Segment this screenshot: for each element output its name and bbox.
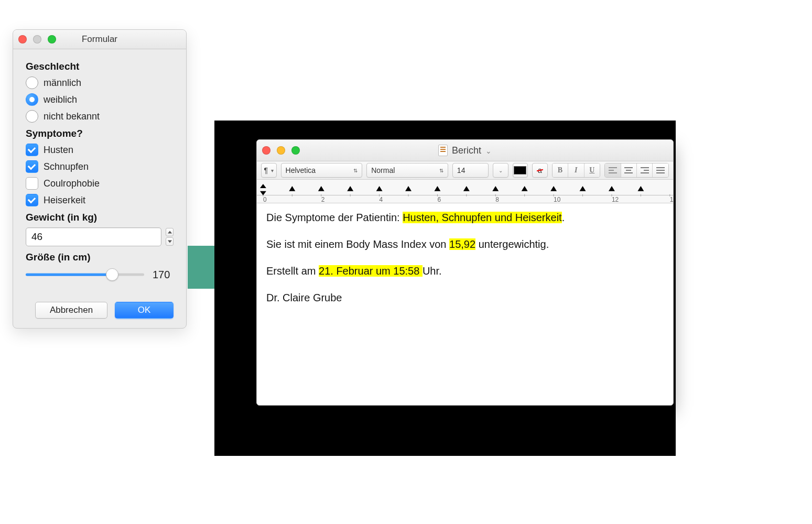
strike-icon: a (538, 166, 542, 174)
gender-label: männlich (44, 78, 81, 89)
svg-text:4: 4 (380, 196, 383, 203)
italic-button[interactable]: I (568, 163, 584, 177)
svg-text:14: 14 (670, 196, 673, 203)
report-line-3: Erstellt am 21. Februar um 15:58 Uhr. (266, 264, 664, 278)
svg-text:10: 10 (554, 196, 561, 203)
weight-heading: Gewicht (in kg) (26, 212, 174, 223)
symptom-cough[interactable]: Husten (26, 144, 174, 156)
color-swatch-icon (514, 166, 526, 174)
updown-icon: ⇅ (353, 168, 358, 173)
underline-button[interactable]: U (584, 163, 600, 177)
gender-label: nicht bekannt (44, 111, 100, 122)
font-select[interactable]: Helvetica ⇅ (281, 163, 363, 178)
paragraph-menu[interactable]: ¶ ▾ (261, 163, 277, 178)
form-titlebar: Formular (13, 30, 186, 49)
bericht-window: Bericht ⌄ ¶ ▾ Helvetica ⇅ Normal ⇅ (256, 139, 674, 406)
editor-toolbar: ¶ ▾ Helvetica ⇅ Normal ⇅ 14 ⌄ a (257, 161, 673, 180)
zoom-icon[interactable] (48, 35, 56, 43)
checkbox-icon (26, 194, 38, 206)
radio-icon (26, 93, 38, 106)
font-size: 14 (457, 166, 465, 174)
chevron-down-icon: ▾ (271, 168, 274, 173)
font-name: Helvetica (286, 166, 316, 174)
svg-text:8: 8 (495, 196, 499, 203)
align-right-button[interactable] (637, 163, 653, 177)
chevron-down-icon[interactable]: ⌄ (485, 147, 492, 155)
chevron-down-icon: ⌄ (499, 168, 503, 173)
zoom-icon[interactable] (291, 146, 300, 155)
ruler[interactable]: 02468101214 (257, 180, 673, 203)
height-slider[interactable] (26, 268, 144, 281)
stepper-up-icon[interactable] (166, 228, 174, 236)
font-style-group: B I U (552, 163, 600, 178)
align-justify-icon (656, 167, 665, 173)
align-right-icon (641, 167, 649, 173)
close-icon[interactable] (18, 35, 27, 43)
text-color-button[interactable] (513, 163, 528, 178)
updown-icon: ⇅ (439, 168, 443, 173)
radio-icon (26, 110, 38, 123)
form-window: Formular Geschlecht männlich weiblich ni… (13, 29, 187, 329)
symptoms-heading: Symptome? (26, 128, 174, 139)
symptom-hoarseness[interactable]: Heiserkeit (26, 194, 174, 206)
stepper-down-icon[interactable] (166, 237, 174, 246)
minimize-icon[interactable] (277, 146, 285, 155)
alignment-group (604, 163, 669, 178)
checkbox-icon (26, 160, 38, 173)
close-icon[interactable] (262, 146, 270, 155)
symptom-coulrophobia[interactable]: Coulrophobie (26, 177, 174, 190)
svg-text:0: 0 (263, 196, 267, 203)
svg-text:12: 12 (612, 196, 619, 203)
report-body[interactable]: Die Symptome der Patientin: Husten, Schn… (257, 203, 673, 327)
style-name: Normal (371, 166, 395, 174)
align-center-button[interactable] (621, 163, 637, 177)
radio-icon (26, 77, 38, 89)
checkbox-icon (26, 177, 38, 190)
symptom-label: Heiserkeit (44, 195, 85, 206)
gender-option-male[interactable]: männlich (26, 77, 174, 89)
checkbox-icon (26, 144, 38, 156)
report-line-1: Die Symptome der Patientin: Husten, Schn… (266, 211, 664, 225)
symptom-label: Husten (44, 145, 73, 156)
highlight: 15,92 (449, 238, 475, 250)
style-select[interactable]: Normal ⇅ (366, 163, 448, 178)
align-left-button[interactable] (605, 163, 621, 177)
gender-option-female[interactable]: weiblich (26, 93, 174, 106)
height-value: 170 (153, 269, 174, 281)
ok-button[interactable]: OK (115, 302, 174, 319)
symptom-label: Coulrophobie (44, 178, 100, 189)
bold-button[interactable]: B (553, 163, 568, 177)
gender-label: weiblich (44, 94, 77, 105)
document-icon (438, 145, 448, 156)
font-size-stepper[interactable]: ⌄ (493, 163, 508, 178)
dark-backdrop: Bericht ⌄ ¶ ▾ Helvetica ⇅ Normal ⇅ (214, 121, 676, 456)
height-heading: Größe (in cm) (26, 252, 174, 263)
cancel-button[interactable]: Abbrechen (35, 302, 107, 319)
strike-color-button[interactable]: a (532, 163, 548, 178)
bericht-titlebar: Bericht ⌄ (257, 140, 673, 161)
highlight: Husten, Schnupfen und Heiserkeit (403, 212, 562, 223)
bericht-title: Bericht (452, 145, 481, 156)
svg-text:6: 6 (437, 196, 441, 203)
slider-thumb-icon[interactable] (106, 268, 118, 281)
weight-stepper[interactable] (166, 227, 174, 246)
pilcrow-icon: ¶ (264, 166, 268, 174)
symptom-cold[interactable]: Schnupfen (26, 160, 174, 173)
align-justify-button[interactable] (653, 163, 668, 177)
align-left-icon (609, 167, 617, 173)
gender-heading: Geschlecht (26, 61, 174, 72)
symptom-label: Schnupfen (44, 161, 89, 172)
minimize-icon[interactable] (33, 35, 41, 43)
report-line-2: Sie ist mit einem Body Mass Index von 15… (266, 237, 664, 252)
gender-option-unknown[interactable]: nicht bekannt (26, 110, 174, 123)
highlight: 21. Februar um 15:58 (319, 265, 423, 277)
report-line-4: Dr. Claire Grube (266, 291, 664, 305)
align-center-icon (624, 167, 633, 173)
weight-input[interactable] (26, 227, 161, 246)
svg-text:2: 2 (321, 196, 325, 203)
font-size-select[interactable]: 14 (452, 163, 489, 178)
